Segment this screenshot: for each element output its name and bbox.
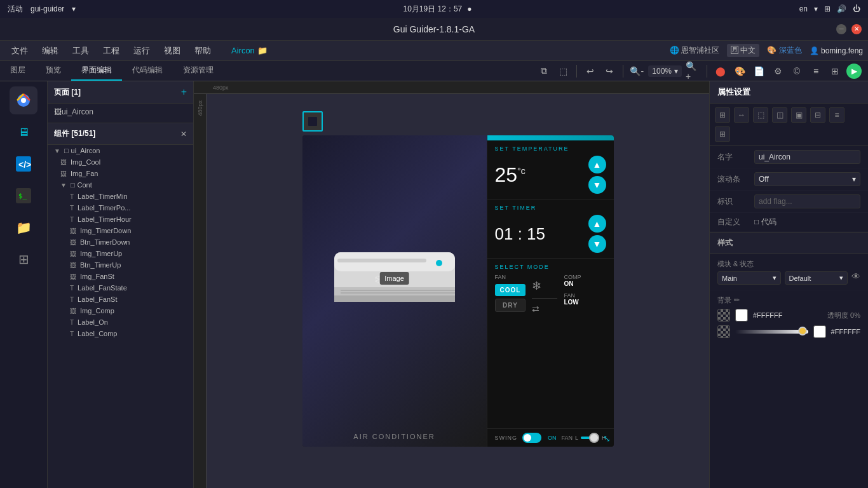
prop-tool-7[interactable]: ≡ [829,107,844,123]
sidebar-icon-chrome[interactable] [10,86,37,114]
prop-tool-6[interactable]: ⊟ [810,107,825,123]
timer-up-button[interactable]: ▲ [588,215,606,233]
close-components-btn[interactable]: ✕ [180,130,187,139]
align-btn[interactable]: ≡ [808,64,824,79]
close-button[interactable]: ✕ [851,24,862,34]
paste-btn[interactable]: ⬚ [555,64,571,79]
tree-item-img-comp[interactable]: 🖼 Img_Comp [48,305,193,316]
tree-item-img-fan[interactable]: 🖼 Img_Fan [48,168,193,179]
add-page-button[interactable]: + [181,86,187,98]
tree-item-label-timermin[interactable]: T Label_TimerMin [48,191,193,202]
tab-layers[interactable]: 图层 [0,61,36,81]
lang-label[interactable]: en [799,4,808,13]
project-name[interactable]: Aircon 📁 [231,46,268,55]
tree-item-btn-timerup[interactable]: 🖼 Btn_TimerUp [48,259,193,271]
zoom-out-btn[interactable]: 🔍- [629,64,644,79]
prop-tool-1[interactable]: ⊞ [715,107,730,123]
tree-item-img-timerdown[interactable]: 🖼 Img_TimerDown [48,225,193,236]
tab-interface-edit[interactable]: 界面编辑 [71,61,122,81]
copy-btn[interactable]: ⧉ [536,64,552,79]
app-dropdown-arrow[interactable]: ▾ [72,4,76,13]
code-link[interactable]: □ 代码 [754,217,860,227]
tree-item-img-cool[interactable]: 🖼 Img_Cool [48,156,193,168]
module-select[interactable]: Main ▾ [717,271,781,285]
undo-btn[interactable]: ↩ [583,64,598,79]
prop-tool-3[interactable]: ⬚ [753,107,768,123]
opacity-slider[interactable] [735,330,808,334]
tree-item-label-comp[interactable]: T Label_Comp [48,328,193,339]
palette-btn[interactable]: 🎨 [732,64,747,79]
code-btn[interactable]: © [789,64,804,79]
menu-file[interactable]: 文件 [5,43,34,59]
sidebar-icon-folder[interactable]: 📁 [10,214,37,241]
bg-color-swatch[interactable] [735,309,748,322]
bg-color-value[interactable]: #FFFFFF [753,311,782,319]
tree-item-label-timerpo[interactable]: T Label_TimerPo... [48,202,193,214]
community-link[interactable]: 🌐 恩智浦社区 [670,45,719,56]
swing-toggle[interactable] [522,433,541,443]
prop-tool-4[interactable]: ◫ [772,107,787,123]
record-btn[interactable]: ⬤ [713,64,728,79]
menu-edit[interactable]: 编辑 [36,43,65,59]
sidebar-icon-grid[interactable]: ⊞ [10,245,37,273]
menu-help[interactable]: 帮助 [188,43,217,59]
redo-btn[interactable]: ↪ [602,64,617,79]
lang-arrow[interactable]: ▾ [814,4,818,13]
swing-section: SWING ON FAN L [487,429,614,447]
zoom-in-btn[interactable]: 🔍+ [686,64,701,79]
grid-btn[interactable]: ⊞ [827,64,843,79]
right-panel: 属性设置 ⊞ ↔ ⬚ ◫ ▣ ⊟ ≡ ⊞ 名字 ui_Aircon 滚动条 Of… [709,81,868,488]
name-value[interactable]: ui_Aircon [754,150,860,164]
tree-item-ui-aircon[interactable]: ▼ □ ui_Aircon [48,145,193,156]
tab-code-edit[interactable]: 代码编辑 [122,61,173,81]
mode-cool-button[interactable]: COOL [495,284,526,296]
sidebar-icon-terminal[interactable]: $_ [10,182,37,210]
theme-btn[interactable]: 🎨 深蓝色 [767,45,801,56]
tree-item-label-timerhour[interactable]: T Label_TimerHour [48,214,193,225]
menu-tools[interactable]: 工具 [66,43,95,59]
fan-slider[interactable] [581,437,599,439]
tree-item-btn-timerdown[interactable]: 🖼 Btn_TimerDown [48,236,193,248]
doc-btn[interactable]: 📄 [751,64,766,79]
tab-preview[interactable]: 预览 [36,61,71,81]
tab-resources[interactable]: 资源管理 [173,61,224,81]
page-thumb[interactable] [302,111,323,132]
timer-down-button[interactable]: ▼ [588,235,606,253]
menu-view[interactable]: 视图 [158,43,187,59]
app-name-label[interactable]: gui-guider [31,4,64,13]
gradient-color-value[interactable]: #FFFFFF [831,328,860,336]
mode-dry-button[interactable]: DRY [495,299,526,312]
gradient-end-swatch[interactable] [813,325,826,338]
tree-item-cont[interactable]: ▼ □ Cont [48,179,193,191]
tree-item-label-on[interactable]: T Label_On [48,316,193,328]
menu-run[interactable]: 运行 [127,43,156,59]
sidebar-icon-vscode[interactable]: </> [10,150,37,178]
zoom-display[interactable]: 100% ▾ [648,65,682,77]
resize-handle[interactable]: ⤡ [603,433,611,444]
sidebar-icon-gui-guider[interactable]: 🖥 [10,118,37,146]
run-button[interactable]: ▶ [846,64,862,79]
flag-input[interactable]: add flag... [754,194,860,208]
prop-tool-8[interactable]: ⊞ [715,126,730,142]
menu-project[interactable]: 工程 [97,43,126,59]
tree-item-label-fanst[interactable]: T Label_FanSt [48,294,193,305]
minimize-button[interactable]: ─ [836,24,846,34]
temp-down-button[interactable]: ▼ [588,176,606,194]
tree-item-img-timerup[interactable]: 🖼 Img_TimerUp [48,248,193,259]
prop-tool-2[interactable]: ↔ [734,107,749,123]
language-btn[interactable]: 🈷 中文 [727,44,759,57]
eye-button[interactable]: 👁 [851,271,860,285]
settings-btn[interactable]: ⚙ [770,64,785,79]
user-btn[interactable]: 👤 boming.feng [810,46,863,55]
tree-item-img-fanst[interactable]: 🖼 Img_FanSt [48,271,193,282]
temp-up-button[interactable]: ▲ [588,156,606,173]
checkerboard-swatch[interactable] [717,309,730,322]
bg-edit-icon[interactable]: ✏ [734,296,740,304]
activity-label[interactable]: 活动 [8,4,23,15]
page-item-aircon[interactable]: 🖼 ui_Aircon [48,104,193,120]
scroll-select[interactable]: Off ▾ [754,172,860,186]
prop-tool-5[interactable]: ▣ [791,107,806,123]
tree-item-label-fanstate[interactable]: T Label_FanState [48,282,193,294]
gradient-start-swatch[interactable] [717,325,730,338]
state-select[interactable]: Default ▾ [785,271,848,285]
